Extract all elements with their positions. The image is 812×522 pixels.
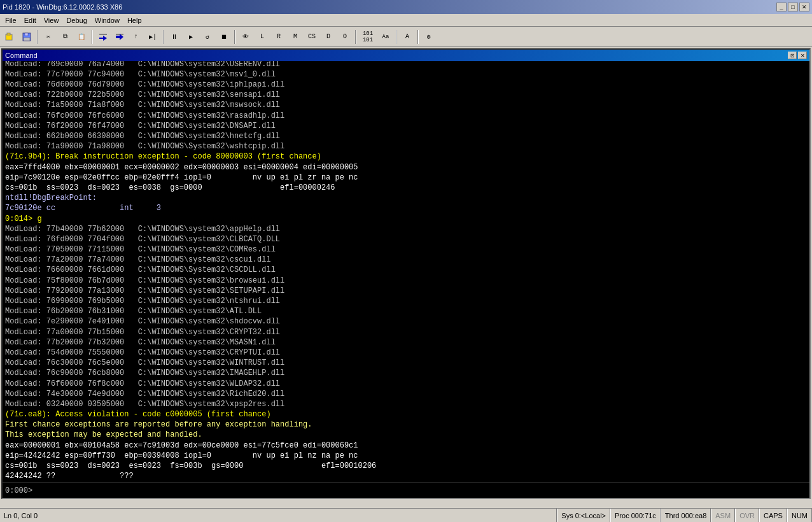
maximize-button[interactable]: □ — [788, 3, 798, 11]
output-line: ModLoad: 76fd0000 7704f000 C:\WINDOWS\sy… — [5, 234, 807, 244]
output-line: ntdll!DbgBreakPoint: — [5, 193, 807, 203]
output-line: ModLoad: 722b0000 722b5000 C:\WINDOWS\sy… — [5, 90, 807, 100]
output-line: ModLoad: 76c90000 76cb8000 C:\WINDOWS\sy… — [5, 368, 807, 378]
copy-button[interactable]: ⧉ — [57, 29, 73, 45]
output-line: ModLoad: 77a20000 77a74000 C:\WINDOWS\sy… — [5, 255, 807, 265]
output-line: ModLoad: 03240000 03505000 C:\WINDOWS\sy… — [5, 399, 807, 409]
toolbar-sep-7 — [417, 30, 419, 44]
stop-button[interactable]: ⏹ — [216, 29, 232, 45]
disasm-button[interactable]: D — [321, 29, 336, 45]
menu-debug[interactable]: Debug — [62, 15, 90, 25]
status-ovr: OVR — [735, 509, 759, 522]
output-line: ModLoad: 76fc0000 76fc6000 C:\WINDOWS\sy… — [5, 111, 807, 121]
font-button[interactable]: A — [400, 29, 415, 45]
status-thrd: Thrd 000:ea8 — [661, 509, 711, 522]
output-line: First chance exceptions are reported bef… — [5, 420, 807, 430]
command-window-controls: ⊡ ✕ — [788, 52, 807, 59]
output-line: eax=00000001 ebx=00104a58 ecx=7c91003d e… — [5, 441, 807, 451]
command-close-button[interactable]: ✕ — [798, 52, 807, 59]
output-line: ModLoad: 77c70000 77c94000 C:\WINDOWS\sy… — [5, 69, 807, 80]
memory-button[interactable]: M — [288, 29, 303, 45]
status-caps: CAPS — [759, 509, 787, 522]
output-line: ModLoad: 77050000 77115000 C:\WINDOWS\sy… — [5, 244, 807, 255]
svg-marker-6 — [99, 36, 107, 41]
menu-bar: File Edit View Debug Window Help — [0, 14, 812, 27]
command-input[interactable] — [34, 486, 807, 495]
output-line: ModLoad: 76b20000 76b31000 C:\WINDOWS\sy… — [5, 306, 807, 316]
open-button[interactable] — [3, 29, 18, 45]
menu-view[interactable]: View — [40, 15, 63, 25]
output-line: eax=7ffd4000 ebx=00000001 ecx=00000002 e… — [5, 162, 807, 173]
output-line: ModLoad: 71a50000 71a8f000 C:\WINDOWS\sy… — [5, 100, 807, 110]
toolbar-sep-5 — [355, 30, 356, 44]
output-line: ModLoad: 662b0000 66308000 C:\WINDOWS\sy… — [5, 131, 807, 141]
status-bar: Ln 0, Col 0 Sys 0:<Local> Proc 000:71c T… — [0, 508, 812, 522]
output-line: 0:014> g — [5, 214, 807, 224]
input-prompt: 0:000> — [5, 486, 32, 495]
menu-window[interactable]: Window — [91, 15, 123, 25]
output-line: ModLoad: 76990000 769b5000 C:\WINDOWS\sy… — [5, 296, 807, 306]
status-asm: ASM — [711, 509, 735, 522]
menu-file[interactable]: File — [1, 15, 20, 25]
output-line: cs=001b ss=0023 ds=0023 es=0023 fs=003b … — [5, 461, 807, 471]
output-line: ModLoad: 76d60000 76d79000 C:\WINDOWS\sy… — [5, 80, 807, 90]
svg-marker-5 — [99, 34, 107, 35]
input-line: 0:000> — [3, 483, 809, 498]
output-line: ModLoad: 74e30000 74e9d000 C:\WINDOWS\sy… — [5, 389, 807, 399]
save-button[interactable] — [19, 29, 34, 45]
watch-button[interactable]: 👁 — [238, 29, 253, 45]
locals-button[interactable]: L — [255, 29, 270, 45]
output-line: cs=001b ss=0023 ds=0023 es=0038 gs=0000 … — [5, 183, 807, 193]
toolbar-sep-2 — [92, 30, 93, 44]
output-line: ModLoad: 76f60000 76f8c000 C:\WINDOWS\sy… — [5, 379, 807, 389]
output-line: eip=42424242 esp=00ff730 ebp=00394008 io… — [5, 451, 807, 461]
output-line: 42424242 ?? ??? — [5, 471, 807, 481]
menu-help[interactable]: Help — [123, 15, 146, 25]
output-line: (71c.ea8): Access violation - code c0000… — [5, 409, 807, 420]
output-line: ModLoad: 7e290000 7e401000 C:\WINDOWS\sy… — [5, 316, 807, 327]
step-over-button[interactable] — [112, 29, 127, 45]
command-title-bar: Command ⊡ ✕ — [3, 50, 809, 61]
break-button[interactable]: ⏸ — [167, 29, 182, 45]
title-text: Pid 1820 - WinDbg:6.12.0002.633 X86 — [3, 3, 122, 11]
close-button[interactable]: ✕ — [799, 3, 809, 11]
output-button[interactable]: O — [337, 29, 353, 45]
menu-edit[interactable]: Edit — [20, 15, 40, 25]
app-title: Pid 1820 - WinDbg:6.12.0002.633 X86 — [3, 3, 122, 11]
command-window-title: Command — [5, 52, 38, 59]
command-restore-button[interactable]: ⊡ — [788, 52, 797, 59]
callstack-button[interactable]: CS — [304, 29, 319, 45]
status-num: NUM — [787, 509, 812, 522]
minimize-button[interactable]: _ — [776, 3, 787, 11]
command-window: Command ⊡ ✕ ModLoad: 02420000 0243e000 C… — [1, 48, 811, 499]
restart-button[interactable]: ↺ — [200, 29, 215, 45]
go-button[interactable]: ▶ — [183, 29, 199, 45]
hex-button[interactable]: 101101 — [359, 29, 377, 45]
run-to-cursor-button[interactable]: ▶| — [145, 29, 160, 45]
output-line: (71c.9b4): Break instruction exception -… — [5, 152, 807, 162]
status-proc: Proc 000:71c — [610, 509, 661, 522]
options-button[interactable]: ⚙ — [421, 29, 437, 45]
ascii-button[interactable]: Aa — [378, 29, 393, 45]
toolbar-sep-1 — [37, 30, 38, 44]
toolbar: ✂ ⧉ 📋 ↑ ▶| ⏸ ▶ ↺ ⏹ 👁 L R M CS D O 101101… — [0, 27, 812, 47]
cut-button[interactable]: ✂ — [41, 29, 56, 45]
output-area[interactable]: ModLoad: 02420000 0243e000 C:\WINDOWS\sy… — [3, 61, 809, 483]
output-line: eip=7c90120e esp=02e0ffcc ebp=02e0fff4 i… — [5, 173, 807, 183]
output-line: ModLoad: 76f20000 76f47000 C:\WINDOWS\sy… — [5, 121, 807, 131]
step-out-button[interactable]: ↑ — [129, 29, 144, 45]
output-line: ModLoad: 76c30000 76c5e000 C:\WINDOWS\sy… — [5, 358, 807, 368]
toolbar-sep-4 — [234, 30, 235, 44]
output-line: ModLoad: 77b40000 77b62000 C:\WINDOWS\sy… — [5, 224, 807, 234]
output-line: ModLoad: 76600000 7661d000 C:\WINDOWS\Sy… — [5, 265, 807, 275]
svg-rect-4 — [24, 38, 30, 41]
output-line: ModLoad: 754d0000 75550000 C:\WINDOWS\sy… — [5, 348, 807, 358]
output-line: ModLoad: 769c0000 76a74000 C:\WINDOWS\sy… — [5, 61, 807, 69]
registers-button[interactable]: R — [271, 29, 286, 45]
toolbar-sep-3 — [163, 30, 164, 44]
step-into-button[interactable] — [95, 29, 111, 45]
toolbar-sep-6 — [396, 30, 397, 44]
output-line: ModLoad: 71a90000 71a98000 C:\WINDOWS\Sy… — [5, 141, 807, 152]
paste-button[interactable]: 📋 — [74, 29, 89, 45]
status-sys: Sys 0:<Local> — [557, 509, 610, 522]
